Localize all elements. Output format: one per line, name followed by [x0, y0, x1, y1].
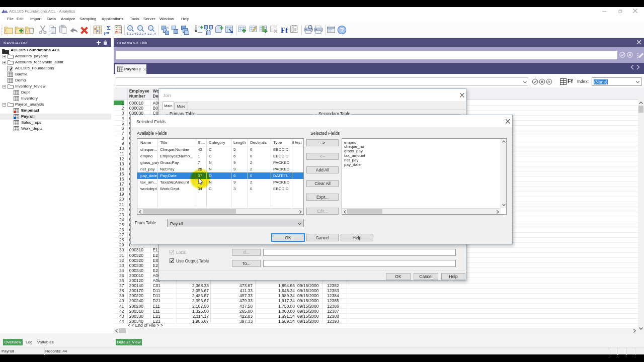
svg-text:1,2, ,4: 1,2, ,4: [147, 32, 156, 35]
svg-text:1,3,2,4: 1,3,2,4: [127, 32, 136, 35]
svg-text:fx: fx: [547, 80, 550, 83]
svg-text:?: ?: [340, 27, 344, 34]
svg-text:Ff: Ff: [281, 26, 288, 34]
svg-text:1,2,2,4: 1,2,2,4: [137, 32, 146, 35]
svg-text:μσ: μσ: [104, 30, 110, 35]
